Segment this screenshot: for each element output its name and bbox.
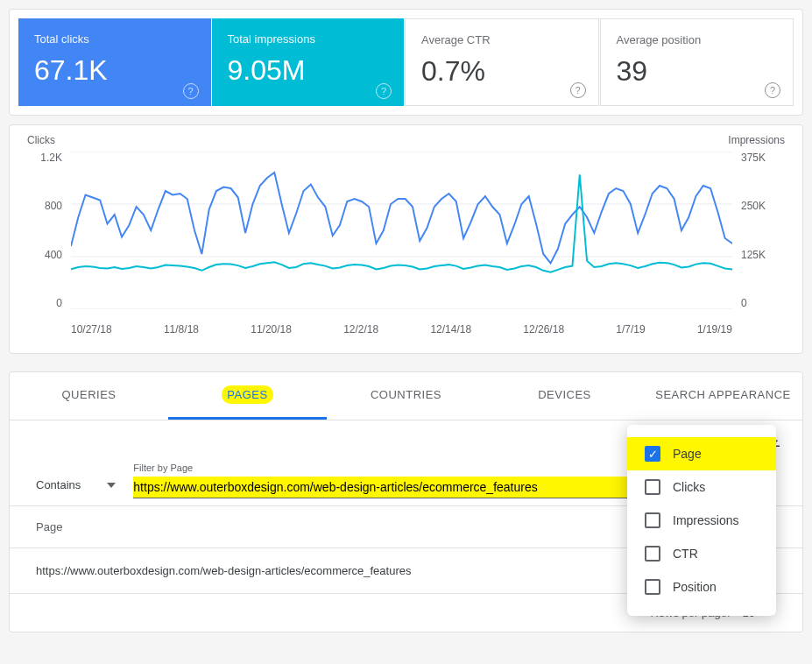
checkbox[interactable]: ✓ — [645, 446, 660, 462]
metric-card-average-position[interactable]: Average position39? — [600, 18, 794, 106]
help-icon[interactable]: ? — [570, 82, 586, 98]
filter-option-position[interactable]: Position — [627, 570, 776, 604]
metric-card-average-ctr[interactable]: Average CTR0.7%? — [405, 18, 599, 106]
tab-countries[interactable]: COUNTRIES — [327, 372, 485, 420]
card-label: Average CTR — [421, 33, 583, 46]
table-panel: QUERIESPAGESCOUNTRIESDEVICESSEARCH APPEA… — [9, 371, 803, 632]
filter-mode-dropdown[interactable]: Contains — [36, 478, 116, 498]
checkbox[interactable] — [645, 479, 660, 495]
checkbox[interactable] — [645, 512, 660, 528]
line-chart — [71, 152, 732, 309]
card-value: 0.7% — [421, 55, 583, 88]
card-value: 39 — [617, 55, 778, 88]
col-page[interactable]: Page — [36, 520, 62, 533]
right-axis-title: Impressions — [728, 134, 785, 146]
column-filter-popup: ✓PageClicksImpressionsCTRPosition — [627, 425, 776, 616]
card-value: 9.05M — [228, 54, 389, 87]
metric-card-total-clicks[interactable]: Total clicks67.1K? — [18, 18, 211, 106]
x-axis-ticks: 10/27/1811/8/1811/20/1812/2/1812/14/1812… — [71, 323, 732, 336]
filter-mode-label: Contains — [36, 478, 81, 491]
help-icon[interactable]: ? — [183, 83, 199, 99]
chart-panel: Clicks Impressions 1.2K8004000 375K250K1… — [9, 124, 803, 354]
filter-option-ctr[interactable]: CTR — [627, 537, 776, 570]
metric-cards: Total clicks67.1K?Total impressions9.05M… — [9, 9, 803, 116]
filter-option-page[interactable]: ✓Page — [627, 437, 776, 470]
left-axis-title: Clicks — [27, 134, 55, 146]
card-value: 67.1K — [34, 54, 195, 87]
impressions-series — [71, 174, 732, 272]
help-icon[interactable]: ? — [765, 82, 780, 98]
tab-devices[interactable]: DEVICES — [485, 372, 644, 420]
right-axis-ticks: 375K250K125K0 — [741, 152, 785, 309]
help-icon[interactable]: ? — [376, 83, 392, 99]
tab-pages[interactable]: PAGES — [168, 372, 327, 420]
chevron-down-icon — [107, 483, 116, 488]
card-label: Total impressions — [228, 32, 389, 46]
tab-search-appearance[interactable]: SEARCH APPEARANCE — [644, 372, 802, 420]
card-label: Average position — [617, 33, 778, 46]
checkbox[interactable] — [645, 579, 660, 595]
tab-queries[interactable]: QUERIES — [10, 372, 168, 420]
clicks-series — [71, 173, 732, 264]
left-axis-ticks: 1.2K8004000 — [27, 152, 62, 309]
filter-option-clicks[interactable]: Clicks — [627, 470, 776, 504]
metric-card-total-impressions[interactable]: Total impressions9.05M? — [212, 18, 405, 106]
tabs: QUERIESPAGESCOUNTRIESDEVICESSEARCH APPEA… — [10, 372, 802, 420]
filter-option-impressions[interactable]: Impressions — [627, 504, 776, 537]
checkbox[interactable] — [645, 546, 660, 562]
card-label: Total clicks — [34, 32, 195, 46]
